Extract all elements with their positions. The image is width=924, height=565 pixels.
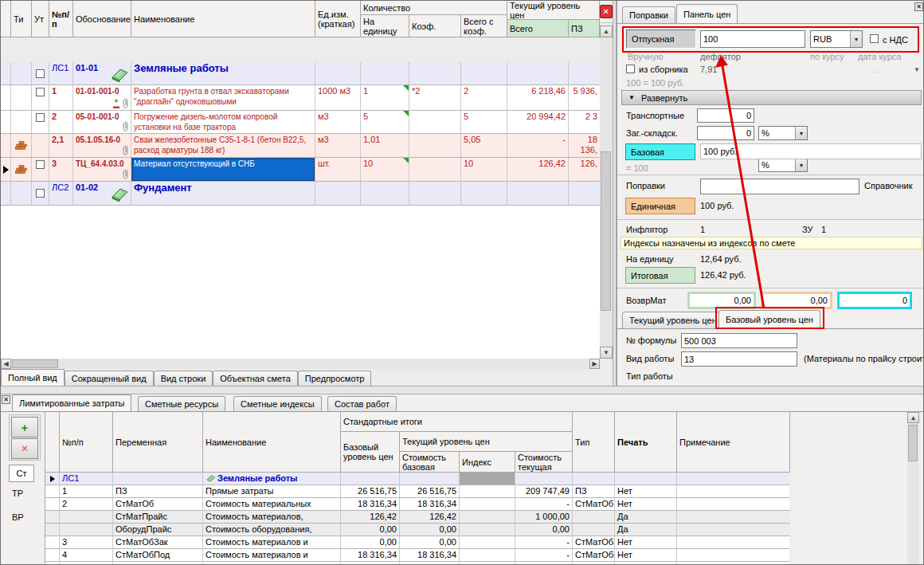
col-header-name[interactable]: Наименование: [203, 412, 341, 473]
storage-unit-select[interactable]: %▼: [758, 158, 808, 172]
col-header-justification[interactable]: Обоснование: [73, 1, 131, 37]
name-cell[interactable]: Погружение дизель-молотом копровой устан…: [131, 111, 315, 134]
tab-short-view[interactable]: Сокращенный вид: [65, 371, 154, 386]
panel-close-icon[interactable]: ✕: [2, 395, 10, 404]
name-cell[interactable]: Стоимость материалов и оборудования зака…: [203, 536, 341, 549]
vat-checkbox[interactable]: [870, 34, 879, 43]
cost-current-cell[interactable]: -: [515, 536, 573, 549]
cost-base-cell[interactable]: 18 316,34: [400, 549, 460, 562]
base-price-button[interactable]: Базовая: [625, 143, 695, 160]
coef-cell[interactable]: [409, 111, 461, 134]
scroll-up-button[interactable]: ▲: [600, 26, 613, 37]
total-cell[interactable]: -: [507, 134, 569, 158]
col-header-per-unit[interactable]: На единицу: [361, 15, 409, 37]
coef-cell[interactable]: [409, 62, 461, 85]
base-cell[interactable]: 126,42: [341, 511, 400, 524]
bt-row-5[interactable]: 3 СтМатОбЗак Стоимость материалов и обор…: [45, 536, 790, 549]
col-header-cost-base[interactable]: Стоимость базовая: [400, 452, 460, 473]
bottom-panel-vscrollbar[interactable]: ▲: [907, 412, 919, 565]
approve-checkbox[interactable]: [36, 160, 45, 169]
base-price-input[interactable]: 100 руб.: [700, 143, 922, 159]
work-kind-input[interactable]: 13: [681, 351, 797, 367]
coef-cell[interactable]: [409, 158, 461, 182]
scroll-up-button[interactable]: ▲: [907, 412, 919, 423]
index-cell[interactable]: [460, 524, 515, 536]
pz-cell[interactable]: [569, 182, 600, 206]
base-cell[interactable]: 0,00: [341, 536, 400, 549]
transport-input[interactable]: 0: [697, 108, 754, 123]
bt-row-4[interactable]: ОборудПрайс Стоимость оборудования, отсу…: [45, 524, 790, 536]
unit-cell[interactable]: [315, 62, 361, 85]
total-cell[interactable]: [507, 182, 569, 206]
cost-base-cell[interactable]: [400, 473, 460, 485]
type-cell[interactable]: СтМатОбПо: [573, 549, 615, 562]
note-cell[interactable]: [677, 485, 790, 498]
note-cell[interactable]: [677, 524, 790, 536]
per-unit-cell[interactable]: 5: [361, 111, 409, 134]
tab-corrections[interactable]: Поправки: [622, 6, 675, 23]
approved-cell[interactable]: [32, 62, 49, 85]
approved-cell[interactable]: [32, 85, 49, 111]
num-cell[interactable]: 5: [60, 562, 113, 565]
vscroll-thumb[interactable]: [908, 425, 918, 461]
tab-row-view[interactable]: Вид строки: [154, 371, 213, 386]
total-cell[interactable]: [507, 62, 569, 85]
note-cell[interactable]: [677, 562, 790, 565]
variable-cell[interactable]: СтМатОб: [113, 498, 203, 511]
unit-cell[interactable]: м3: [315, 111, 361, 134]
tab-object-estimate[interactable]: Объектная смета: [213, 371, 298, 386]
variable-cell[interactable]: СтМатПрайс: [113, 511, 203, 524]
approve-checkbox[interactable]: [36, 88, 45, 96]
variable-cell[interactable]: СтМатОбПод: [113, 549, 203, 562]
tab-full-view[interactable]: Полный вид: [1, 369, 65, 386]
chevron-down-icon[interactable]: ▼: [914, 66, 920, 73]
cost-base-cell[interactable]: 0,00: [400, 536, 460, 549]
col-header-pz[interactable]: ПЗ: [569, 20, 600, 37]
num-cell[interactable]: [60, 511, 113, 524]
main-grid-hscrollbar[interactable]: ◀ ▶: [1, 359, 600, 369]
type-cell[interactable]: ПЗ: [573, 485, 615, 498]
unit-cell[interactable]: шт.: [315, 158, 361, 182]
tab-limited-costs[interactable]: Лимитированные затраты: [12, 394, 131, 411]
col-header-print[interactable]: Печать: [615, 412, 677, 473]
name-cell[interactable]: Стоимость материалов (всего): [203, 562, 341, 565]
table-row-2-1[interactable]: 2,1 05.1.05.16-0 Сваи железобетонные С35…: [1, 134, 600, 158]
note-cell[interactable]: [677, 473, 790, 485]
name-cell[interactable]: Стоимость оборудования, отсутствующего в…: [203, 524, 341, 536]
total-coef-cell[interactable]: [461, 62, 507, 85]
release-price-button[interactable]: Отпускная: [626, 29, 696, 49]
per-unit-cell[interactable]: 1: [361, 85, 409, 111]
name-cell[interactable]: Стоимость материалов и оборудования подр…: [203, 549, 341, 562]
vscroll-thumb[interactable]: [601, 151, 611, 311]
table-row-ls2[interactable]: ЛС2 01-02 Фундамент: [1, 182, 600, 206]
name-cell[interactable]: Стоимость материальных ресурсов (всего): [203, 498, 341, 511]
note-cell[interactable]: [677, 536, 790, 549]
pz-cell[interactable]: 18 136,: [569, 134, 600, 158]
scroll-right-button[interactable]: ▶: [589, 359, 600, 369]
formula-input[interactable]: 500 003: [681, 333, 797, 348]
cost-current-cell[interactable]: -: [515, 498, 573, 511]
index-cell[interactable]: [460, 511, 515, 524]
rate-date-select[interactable]: . .▼: [810, 63, 922, 77]
cost-current-cell[interactable]: 209 747,49: [515, 485, 573, 498]
print-cell[interactable]: Да: [615, 511, 677, 524]
col-header-type[interactable]: Тип: [573, 412, 615, 473]
vozvrmat-base-input[interactable]: 0: [837, 292, 912, 309]
delete-row-button[interactable]: ✕: [11, 438, 38, 459]
index-cell[interactable]: [460, 498, 515, 511]
per-unit-cell[interactable]: 1,01: [361, 134, 409, 158]
type-cell[interactable]: [573, 511, 615, 524]
num-cell[interactable]: ЛС1: [60, 473, 113, 485]
index-cell[interactable]: [460, 473, 515, 485]
cost-base-cell[interactable]: 18 316,34: [400, 498, 460, 511]
name-cell[interactable]: Стоимость материалов, отсутствующих в СН…: [203, 511, 341, 524]
base-cell[interactable]: 18 316,34: [341, 549, 400, 562]
num-cell[interactable]: [60, 524, 113, 536]
total-coef-cell[interactable]: 5: [461, 111, 507, 134]
justification-cell[interactable]: ТЦ_64.4.03.0: [73, 158, 131, 182]
coef-cell[interactable]: [409, 182, 461, 206]
tab-base-price-level[interactable]: Базовый уровень цен: [718, 310, 820, 328]
bt-row-ls1[interactable]: ЛС1 Земляные работы: [45, 473, 790, 485]
bt-row-3[interactable]: СтМатПрайс Стоимость материалов, отсутст…: [45, 511, 790, 524]
total-coef-cell[interactable]: 5,05: [461, 134, 507, 158]
